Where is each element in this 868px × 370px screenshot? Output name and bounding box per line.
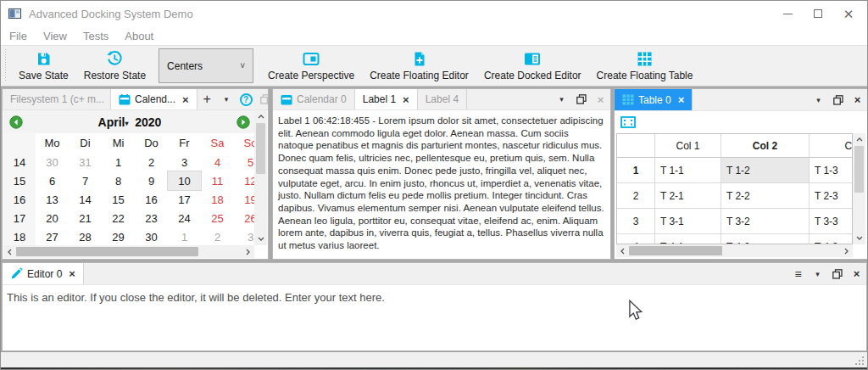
- scrollbar-thumb[interactable]: [256, 123, 265, 174]
- table-column-header[interactable]: Col 2: [721, 134, 810, 158]
- calendar-year[interactable]: 2020: [135, 115, 161, 129]
- float-dock-button[interactable]: [828, 89, 848, 110]
- calendar-month[interactable]: April: [98, 115, 125, 129]
- float-dock-button[interactable]: [256, 89, 269, 109]
- tab-table-0[interactable]: Table 0 ×: [615, 89, 693, 110]
- calendar-day[interactable]: 27: [36, 227, 69, 246]
- editor-menu-button[interactable]: ≡: [788, 263, 808, 284]
- calendar-vertical-scrollbar[interactable]: [254, 110, 267, 245]
- calendar-day[interactable]: 22: [102, 209, 135, 227]
- table-horizontal-scrollbar[interactable]: [616, 244, 853, 257]
- calendar-day[interactable]: 30: [36, 153, 69, 171]
- float-dock-button[interactable]: [571, 89, 591, 109]
- table-cell[interactable]: T 3-2: [721, 209, 810, 234]
- table-cell[interactable]: T 3-3: [810, 209, 853, 234]
- calendar-day[interactable]: 24: [168, 209, 201, 227]
- toolbar-drag-handle[interactable]: [3, 49, 9, 82]
- calendar-day[interactable]: 20: [36, 209, 69, 227]
- calendar-day[interactable]: 11: [201, 171, 234, 190]
- scroll-left-icon[interactable]: [3, 245, 16, 258]
- scrollbar-thumb[interactable]: [16, 247, 198, 256]
- calendar-day[interactable]: 25: [201, 209, 234, 227]
- calendar-day[interactable]: 14: [69, 190, 102, 209]
- table-cell[interactable]: T 1-1: [655, 158, 721, 183]
- scroll-down-icon[interactable]: [254, 233, 267, 245]
- calendar-day[interactable]: 30: [135, 227, 168, 246]
- close-dock-button[interactable]: ×: [591, 89, 610, 109]
- table-cell[interactable]: T 2-2: [721, 183, 810, 209]
- table-selection-icon[interactable]: [620, 116, 636, 128]
- table-cell[interactable]: T 4-2: [721, 234, 810, 244]
- next-month-button[interactable]: [236, 115, 250, 129]
- calendar-day[interactable]: 6: [36, 171, 69, 190]
- calendar-day[interactable]: 1: [102, 153, 135, 171]
- calendar-day[interactable]: 28: [69, 227, 102, 246]
- tab-calendar-0[interactable]: Calendar 0: [273, 89, 355, 109]
- tab-close-icon[interactable]: ×: [403, 93, 409, 106]
- table-cell[interactable]: T 4-1: [655, 234, 721, 244]
- tab-label-4[interactable]: Label 4: [418, 89, 467, 109]
- resize-grip[interactable]: [854, 355, 865, 366]
- create-floating-table-button[interactable]: Create Floating Table: [589, 46, 701, 86]
- table-vertical-scrollbar[interactable]: [853, 133, 865, 244]
- create-perspective-button[interactable]: Create Perspective: [260, 46, 362, 86]
- tab-close-icon[interactable]: ×: [678, 93, 685, 106]
- table-row-header[interactable]: 2: [617, 183, 655, 209]
- calendar-day[interactable]: 2: [135, 153, 168, 171]
- prev-month-button[interactable]: [9, 115, 23, 129]
- tab-close-icon[interactable]: ×: [69, 267, 75, 280]
- menu-about[interactable]: About: [125, 30, 153, 42]
- table-row-header[interactable]: 1: [617, 158, 655, 183]
- editor-0-content[interactable]: This is an editor. If you close the edit…: [3, 285, 866, 310]
- tab-filesystem-1[interactable]: Filesystem 1 (c+ m...: [3, 89, 111, 109]
- add-tab-button[interactable]: +: [198, 89, 217, 109]
- scroll-left-icon[interactable]: [616, 244, 629, 257]
- calendar-day[interactable]: 15: [102, 190, 135, 209]
- maximize-button[interactable]: [803, 3, 833, 24]
- calendar-horizontal-scrollbar[interactable]: [3, 245, 254, 258]
- restore-state-button[interactable]: Restore State: [76, 46, 153, 86]
- calendar-day[interactable]: 7: [69, 171, 102, 190]
- menu-tests[interactable]: Tests: [83, 30, 108, 42]
- scroll-down-icon[interactable]: [853, 232, 865, 244]
- menu-file[interactable]: File: [9, 30, 27, 42]
- calendar-day[interactable]: 1: [168, 227, 201, 246]
- calendar-day[interactable]: 4: [201, 153, 234, 171]
- calendar-day[interactable]: 3: [168, 153, 201, 171]
- scroll-up-icon[interactable]: [254, 110, 267, 123]
- tab-calendar-1[interactable]: Calend... ×: [111, 89, 198, 109]
- minimize-button[interactable]: [772, 3, 803, 24]
- calendar-day[interactable]: 9: [135, 171, 168, 190]
- help-button[interactable]: ?: [236, 89, 256, 109]
- scroll-right-icon[interactable]: [242, 245, 254, 258]
- calendar-month-year[interactable]: April▾ 2020: [23, 115, 236, 129]
- scrollbar-thumb[interactable]: [629, 246, 722, 255]
- calendar-day[interactable]: 23: [135, 209, 168, 227]
- create-floating-editor-button[interactable]: Create Floating Editor: [362, 46, 476, 86]
- float-dock-button[interactable]: [827, 263, 847, 284]
- save-state-button[interactable]: Save State: [11, 46, 76, 86]
- calendar-day[interactable]: 2: [201, 227, 234, 246]
- close-button[interactable]: ✕: [833, 3, 864, 24]
- perspective-combo[interactable]: Centers ˅: [159, 48, 253, 83]
- table-cell[interactable]: T 1-2: [721, 158, 810, 183]
- table-row-header[interactable]: 4: [617, 234, 655, 244]
- tabs-menu-button[interactable]: ▾: [552, 89, 571, 109]
- close-dock-button[interactable]: ×: [847, 263, 866, 284]
- table-column-header[interactable]: Col 1: [655, 134, 721, 158]
- calendar-day[interactable]: 31: [69, 153, 102, 171]
- calendar-day[interactable]: 17: [168, 190, 201, 209]
- tab-close-icon[interactable]: ×: [182, 93, 189, 106]
- table-cell[interactable]: T 3-1: [655, 209, 721, 234]
- scroll-up-icon[interactable]: [853, 133, 865, 146]
- tabs-menu-button[interactable]: ▾: [809, 89, 828, 110]
- create-docked-editor-button[interactable]: Create Docked Editor: [476, 46, 589, 86]
- calendar-day[interactable]: 21: [69, 209, 102, 227]
- tabs-menu-button[interactable]: ▾: [808, 263, 827, 284]
- calendar-day[interactable]: 29: [102, 227, 135, 246]
- calendar-day[interactable]: 10: [168, 171, 201, 190]
- tab-label-1[interactable]: Label 1 ×: [355, 89, 418, 109]
- table-cell[interactable]: T 1-3: [810, 158, 853, 183]
- table-row-header[interactable]: 3: [617, 209, 655, 234]
- calendar-day[interactable]: 13: [36, 190, 69, 209]
